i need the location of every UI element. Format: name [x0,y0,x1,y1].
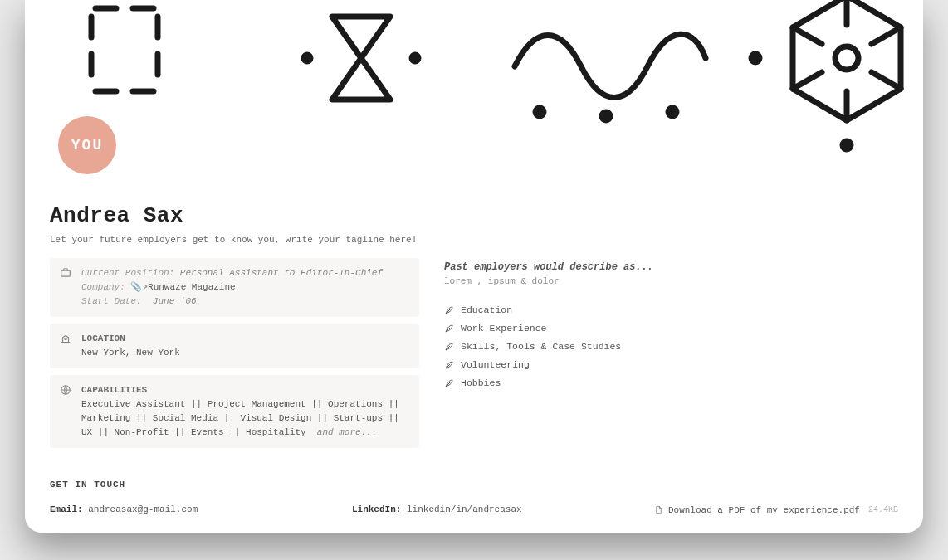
cover-image: YOU [25,0,923,158]
location-icon [60,332,73,360]
svg-point-4 [668,108,677,116]
file-icon [654,504,663,515]
linkedin-label: LinkedIn: [352,504,401,514]
download-label: Download a PDF of my experience.pdf [668,505,860,515]
feather-icon [444,324,454,334]
location-heading: LOCATION [81,332,409,346]
briefcase-icon [60,266,73,309]
start-label: Start Date: [81,296,142,306]
svg-point-0 [304,55,310,61]
feather-icon [444,360,454,370]
svg-point-2 [535,108,544,116]
content-area: Andrea Sax Let your future employers get… [25,158,923,523]
page-frame: YOU Andrea Sax Let your future employers… [25,0,923,533]
columns: Current Position: Personal Assistant to … [50,258,898,455]
describe-heading: Past employers would describe as... [444,261,898,273]
capabilities-heading: CAPABILITIES [81,383,409,397]
svg-point-3 [602,112,610,120]
svg-point-8 [843,141,851,149]
page-link-label: Education [461,304,512,315]
svg-point-7 [751,54,760,62]
tagline: Let your future employers get to know yo… [50,235,898,245]
current-position-card[interactable]: Current Position: Personal Assistant to … [50,258,419,317]
svg-point-10 [65,338,66,340]
location-card[interactable]: LOCATION New York, New York [50,324,419,368]
page-link[interactable]: Education [444,303,898,317]
linkedin-value[interactable]: linkedin/in/andreasax [407,504,522,514]
position-value: Personal Assistant to Editor-In-Chief [180,268,383,278]
contact-row: Email: andreasax@g-mail.com LinkedIn: li… [50,504,898,515]
svg-point-6 [835,46,858,70]
right-column: Past employers would describe as... lore… [444,258,898,455]
company-link[interactable]: 📎↗Runwaze Magazine [130,282,235,292]
company-label: Company: [81,282,125,292]
email-cell: Email: andreasax@g-mail.com [50,504,319,515]
feather-icon [444,378,454,388]
download-size: 24.4KB [868,505,898,514]
start-value: June '06 [153,296,197,306]
position-label: Current Position: [81,268,174,278]
email-value[interactable]: andreasax@g-mail.com [88,504,198,514]
page-link[interactable]: Volunteering [444,358,898,372]
capabilities-more: and more... [317,427,378,437]
page-title: Andrea Sax [50,203,898,228]
badge-text: YOU [71,137,103,153]
contact-heading: GET IN TOUCH [50,480,898,489]
page-link[interactable]: Work Experience [444,321,898,335]
svg-point-1 [412,55,418,61]
linkedin-cell: LinkedIn: linkedin/in/andreasax [352,504,621,515]
pages-list: EducationWork ExperienceSkills, Tools & … [444,303,898,390]
left-column: Current Position: Personal Assistant to … [50,258,419,455]
capabilities-card[interactable]: CAPABILITIES Executive Assistant || Proj… [50,375,419,448]
page-link[interactable]: Hobbies [444,376,898,390]
download-cell[interactable]: Download a PDF of my experience.pdf 24.4… [654,504,898,515]
feather-icon [444,342,454,352]
page-link[interactable]: Skills, Tools & Case Studies [444,339,898,353]
profile-badge: YOU [58,116,116,174]
page-link-label: Work Experience [461,323,547,334]
globe-icon [60,383,73,440]
feather-icon [444,305,454,315]
page-link-label: Hobbies [461,377,501,388]
describe-body: lorem , ipsum & dolor [444,276,898,286]
svg-rect-9 [61,270,71,276]
page-link-label: Skills, Tools & Case Studies [461,341,621,352]
email-label: Email: [50,504,83,514]
page-link-label: Volunteering [461,359,530,370]
location-value: New York, New York [81,346,409,360]
